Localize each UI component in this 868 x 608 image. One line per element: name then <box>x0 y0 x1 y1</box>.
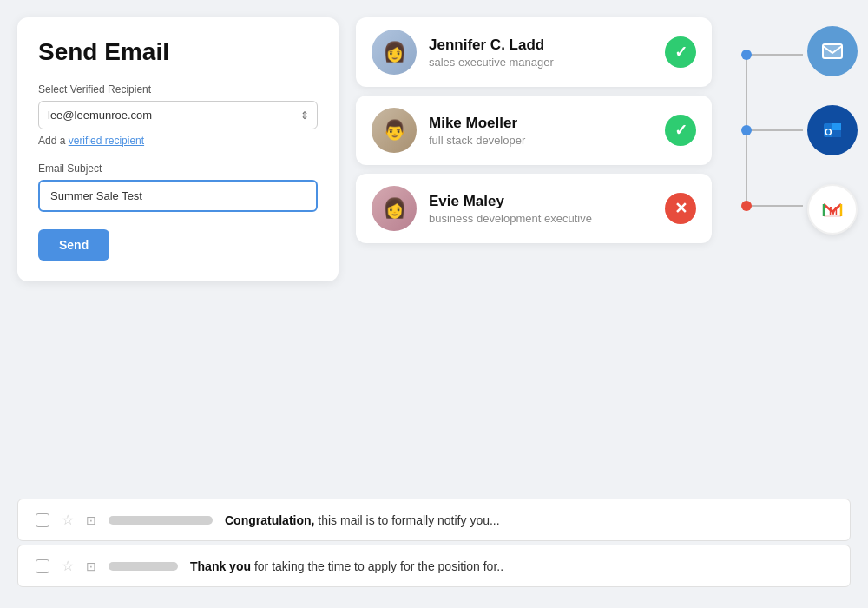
send-email-title: Send Email <box>38 38 318 66</box>
star-icon-1[interactable]: ☆ <box>62 512 74 528</box>
verified-recipient-link[interactable]: verified recipient <box>69 135 144 147</box>
subject-input[interactable] <box>38 180 318 212</box>
recipient-name-evie: Evie Maley <box>429 193 653 210</box>
email-list: ☆ ⊡ Congratulation, this mail is to form… <box>17 499 851 591</box>
recipient-select[interactable]: lee@leemunroe.com <box>38 101 318 129</box>
recipient-info-jennifer: Jennifer C. Ladd sales executive manager <box>429 36 653 69</box>
svg-rect-11 <box>832 130 841 137</box>
svg-rect-7 <box>823 44 842 58</box>
svg-point-4 <box>741 50 752 60</box>
svg-point-5 <box>741 125 752 135</box>
external-link-icon-1[interactable]: ⊡ <box>86 513 96 527</box>
recipient-info-mike: Mike Moeller full stack developer <box>429 115 653 147</box>
recipient-select-wrapper: lee@leemunroe.com ⇕ <box>38 101 318 129</box>
checkbox-2[interactable] <box>36 559 49 573</box>
connectors-area: O M <box>729 17 851 243</box>
svg-text:M: M <box>829 205 838 217</box>
email-bold-2: Thank you <box>190 559 251 573</box>
email-rest-1: this mail is to formally notify you... <box>318 513 499 527</box>
recipient-card-evie: 👩 Evie Maley business development execut… <box>356 174 712 243</box>
recipient-role-jennifer: sales executive manager <box>429 56 653 69</box>
recipient-label: Select Verified Recipient <box>38 83 318 96</box>
verified-link-text: Add a verified recipient <box>38 135 318 147</box>
avatar-mike: 👨 <box>372 108 417 153</box>
svg-point-6 <box>741 201 752 211</box>
recipient-name-mike: Mike Moeller <box>429 115 653 132</box>
email-icon-gmail: M <box>807 184 858 235</box>
star-icon-2[interactable]: ☆ <box>62 558 74 574</box>
send-email-card: Send Email Select Verified Recipient lee… <box>17 17 339 281</box>
sender-bar-1 <box>108 516 213 525</box>
sender-bar-2 <box>108 562 178 571</box>
email-rest-2: for taking the time to apply for the pos… <box>254 559 503 573</box>
recipient-card-mike: 👨 Mike Moeller full stack developer ✓ <box>356 96 712 165</box>
email-icons-column: O M <box>807 17 858 243</box>
external-link-icon-2[interactable]: ⊡ <box>86 559 96 573</box>
send-button[interactable]: Send <box>38 229 109 261</box>
recipient-card-jennifer: 👩 Jennifer C. Ladd sales executive manag… <box>356 17 712 87</box>
subject-label: Email Subject <box>38 162 318 175</box>
status-check-mike: ✓ <box>665 115 696 146</box>
email-row-1: ☆ ⊡ Congratulation, this mail is to form… <box>17 499 851 541</box>
recipient-role-evie: business development executive <box>429 212 653 225</box>
email-bold-1: Congratulation, <box>225 513 314 527</box>
status-check-jennifer: ✓ <box>665 36 696 68</box>
status-cross-evie: ✕ <box>665 193 696 224</box>
recipient-role-mike: full stack developer <box>429 134 653 147</box>
avatar-evie: 👩 <box>372 186 417 231</box>
email-icon-general <box>807 26 858 76</box>
avatar-jennifer: 👩 <box>372 30 417 75</box>
recipients-section: 👩 Jennifer C. Ladd sales executive manag… <box>356 17 712 243</box>
email-preview-2: Thank you for taking the time to apply f… <box>190 559 832 573</box>
email-icon-outlook: O <box>807 105 858 155</box>
svg-text:O: O <box>825 127 832 137</box>
email-preview-1: Congratulation, this mail is to formally… <box>225 513 832 527</box>
checkbox-1[interactable] <box>36 513 49 527</box>
recipient-name-jennifer: Jennifer C. Ladd <box>429 36 653 54</box>
email-row-2: ☆ ⊡ Thank you for taking the time to app… <box>17 545 851 587</box>
svg-rect-10 <box>832 123 841 130</box>
recipient-info-evie: Evie Maley business development executiv… <box>429 193 653 225</box>
